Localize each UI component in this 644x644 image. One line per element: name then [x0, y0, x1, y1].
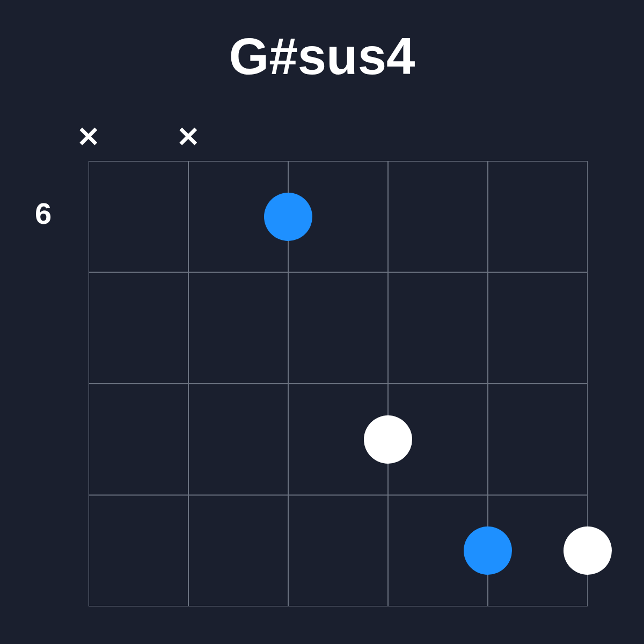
- finger-dot: [364, 415, 412, 464]
- finger-dot-root: [464, 526, 512, 575]
- chord-diagram: 6 ✕✕: [89, 161, 588, 606]
- muted-string-indicator: ✕: [77, 123, 100, 151]
- chord-name-title: G#sus4: [0, 27, 644, 86]
- finger-dot-root: [264, 193, 312, 241]
- fretboard-grid: [89, 161, 588, 606]
- starting-fret-label: 6: [35, 196, 52, 231]
- finger-dot: [564, 526, 612, 575]
- muted-string-indicator: ✕: [177, 123, 200, 151]
